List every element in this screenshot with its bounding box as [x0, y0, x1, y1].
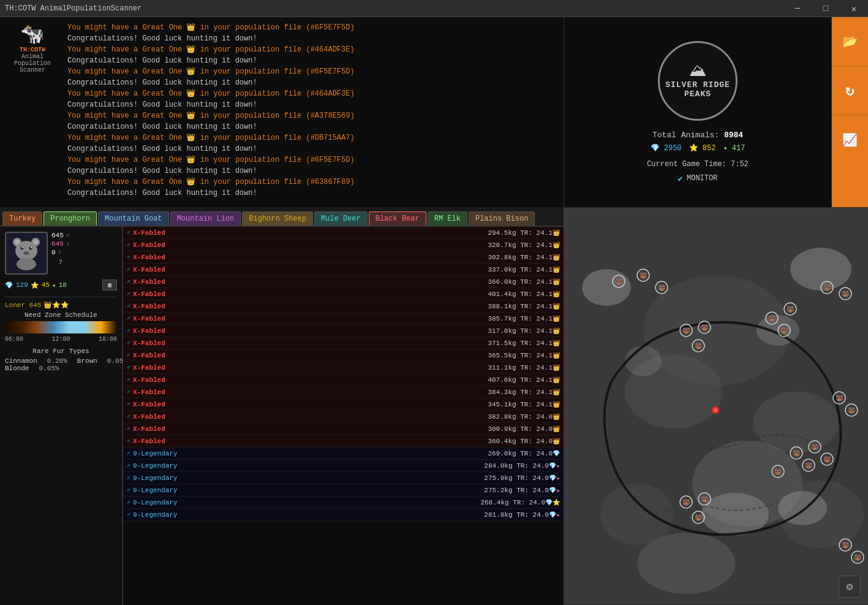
- animal-gender: ♂: [127, 450, 130, 457]
- animal-row[interactable]: ♂X-Fabled 317.0kg TR: 24.1 👑: [123, 325, 564, 337]
- animal-row[interactable]: ♂X-Fabled 382.8kg TR: 24.0 👑: [123, 411, 564, 423]
- bar-chart-button[interactable]: ▦: [102, 280, 117, 291]
- animal-row[interactable]: ♂9-Legendary 284.0kg TR: 24.0 💎★: [123, 460, 564, 472]
- animal-row[interactable]: ♂9-Legendary 268.4kg TR: 24.0 💎⭐: [123, 497, 564, 509]
- animal-gender: ♂: [127, 487, 130, 493]
- settings-button[interactable]: ⚙: [839, 576, 861, 598]
- gender-male-icon: ♂: [66, 232, 70, 239]
- svg-text:🐻: 🐻: [823, 455, 831, 463]
- animal-weight: 275.2kg TR: 24.0: [484, 487, 549, 494]
- animal-row[interactable]: ♂9-Legendary 269.0kg TR: 24.0 💎: [123, 447, 564, 460]
- animal-weight: 317.0kg TR: 24.1: [488, 327, 553, 335]
- tab-turkey[interactable]: Turkey: [2, 211, 42, 226]
- animal-row[interactable]: ♂X-Fabled 366.0kg TR: 24.1 👑: [123, 276, 564, 288]
- log-line: Congratulations! Good luck hunting it do…: [67, 121, 559, 132]
- tab-plains-bison[interactable]: Plains Bison: [469, 211, 535, 226]
- folder-button[interactable]: 📂: [832, 17, 868, 66]
- action-buttons: 📂 ↻ 📈: [831, 17, 868, 207]
- log-line: You might have a Great One 👑 in your pop…: [67, 44, 559, 55]
- animal-grade: X-Fabled: [133, 327, 165, 335]
- animal-weight: 311.1kg TR: 24.1: [488, 364, 553, 371]
- log-line: Congratulations! Good luck hunting it do…: [67, 166, 559, 177]
- log-line: You might have a Great One 👑 in your pop…: [67, 110, 559, 121]
- animal-avatar: [5, 232, 48, 275]
- folder-icon: 📂: [842, 34, 858, 49]
- tab-mountain-lion[interactable]: Mountain Lion: [170, 211, 241, 226]
- animal-row[interactable]: ♂X-Fabled 388.1kg TR: 24.1 👑: [123, 300, 564, 313]
- log-line: Congratulations! Good luck hunting it do…: [67, 99, 559, 110]
- map-svg: 🐻 🐻 🐻 🐻 🐻: [564, 207, 868, 605]
- animal-row[interactable]: ♂9-Legendary 281.8kg TR: 24.0 💎★: [123, 509, 564, 521]
- animal-row[interactable]: ♂X-Fabled 300.9kg TR: 24.0 👑: [123, 423, 564, 435]
- animal-row[interactable]: ♂X-Fabled 371.5kg TR: 24.1 👑: [123, 337, 564, 349]
- animal-row[interactable]: ♂X-Fabled 320.7kg TR: 24.1 👑: [123, 239, 564, 251]
- animal-gender: ♂: [127, 425, 130, 432]
- animal-row[interactable]: ♂X-Fabled 407.6kg TR: 24.1 👑: [123, 374, 564, 386]
- animal-row[interactable]: ♂X-Fabled 360.4kg TR: 24.0 👑: [123, 435, 564, 447]
- animal-gender: ♂: [127, 401, 130, 408]
- tab-mule-deer[interactable]: Mule Deer: [314, 211, 368, 226]
- svg-text:🐻: 🐻: [811, 443, 819, 451]
- refresh-button[interactable]: ↻: [832, 66, 868, 115]
- content-area: 645 ♂ 645 ♀ 0 ♀ 7: [0, 227, 564, 605]
- fur-name-cinnamon: Cinnamon: [5, 357, 37, 365]
- animal-row[interactable]: ♂9-Legendary 275.2kg TR: 24.0 💎★: [123, 484, 564, 497]
- gender-female-icon: ♀: [66, 241, 70, 248]
- tab-mountain-goat[interactable]: Mountain Goat: [98, 211, 169, 226]
- total-animals-label: Total Animals: 8984: [652, 131, 743, 140]
- animal-grade: X-Fabled: [133, 425, 165, 433]
- animal-rating-icon: 👑: [553, 242, 560, 249]
- animal-gender: ♂: [127, 242, 130, 248]
- animal-grade: X-Fabled: [133, 389, 165, 396]
- animal-weight: 300.9kg TR: 24.0: [488, 425, 553, 433]
- fur-name-blonde: Blonde: [5, 365, 29, 372]
- settings-icon: ⚙: [847, 580, 853, 593]
- animal-weight: 284.0kg TR: 24.0: [484, 462, 549, 470]
- animal-gender: ♂: [127, 499, 130, 506]
- tab-pronghorn[interactable]: Pronghorn: [43, 211, 97, 226]
- animal-weight: 384.3kg TR: 24.1: [488, 389, 553, 396]
- bar-chart-icon: ▦: [108, 281, 111, 289]
- tab-bighorn-sheep[interactable]: Bighorn Sheep: [242, 211, 313, 226]
- animal-weight: 302.8kg TR: 24.1: [488, 254, 553, 261]
- animal-grade: X-Fabled: [133, 352, 165, 359]
- animal-grade: X-Fabled: [133, 266, 165, 273]
- total-value: 8984: [724, 131, 743, 140]
- animal-gender: ♂: [127, 352, 130, 359]
- animal-rating-icon: 👑: [553, 413, 560, 420]
- log-line: You might have a Great One 👑 in your pop…: [67, 177, 559, 188]
- svg-text:🐻: 🐻: [695, 342, 703, 350]
- animal-row[interactable]: ♂X-Fabled 385.7kg TR: 24.1 👑: [123, 313, 564, 325]
- animal-rating-icon: 👑: [553, 389, 560, 396]
- right-panel: ⛰ SILVER RIDGE PEAKS Total Animals: 8984…: [564, 17, 868, 605]
- diamond-count: 💎 2950: [651, 143, 682, 153]
- svg-point-19: [582, 269, 631, 306]
- animal-gender: ♂: [127, 229, 130, 236]
- animal-row[interactable]: ♂X-Fabled 384.3kg TR: 24.1 👑: [123, 386, 564, 398]
- animal-row[interactable]: ♂X-Fabled 401.4kg TR: 24.1 👑: [123, 288, 564, 300]
- maximize-button[interactable]: □: [812, 0, 840, 17]
- chart-button[interactable]: 📈: [832, 115, 868, 164]
- tab-black-bear[interactable]: Black Bear: [369, 211, 426, 226]
- log-line: Congratulations! Good luck hunting it do…: [67, 188, 559, 199]
- minimize-button[interactable]: ─: [783, 0, 812, 17]
- animal-rating-icon: 👑: [553, 254, 560, 261]
- animal-row[interactable]: ♂X-Fabled 302.8kg TR: 24.1 👑: [123, 251, 564, 264]
- animal-gender: ♂: [127, 511, 130, 518]
- animal-gender: ♂: [127, 254, 130, 261]
- animal-weight: 385.7kg TR: 24.1: [488, 315, 553, 322]
- tab-rm-elk[interactable]: RM Elk: [428, 211, 467, 226]
- svg-text:🐻: 🐻: [774, 468, 782, 476]
- animal-weight: 407.6kg TR: 24.1: [488, 376, 553, 384]
- animal-row[interactable]: ♂X-Fabled 337.0kg TR: 24.1 👑: [123, 264, 564, 276]
- svg-text:🐻: 🐻: [640, 272, 647, 280]
- animal-weight: 401.4kg TR: 24.1: [488, 291, 553, 298]
- animal-row[interactable]: ♂X-Fabled 311.1kg TR: 24.1 👑: [123, 362, 564, 374]
- animal-row[interactable]: ♂X-Fabled 345.1kg TR: 24.1 👑: [123, 398, 564, 411]
- animal-row[interactable]: ♂X-Fabled 365.5kg TR: 24.1 👑: [123, 349, 564, 362]
- animal-row[interactable]: ♂X-Fabled 294.5kg TR: 24.1 👑: [123, 227, 564, 239]
- animal-rating-icon: 👑: [553, 438, 560, 445]
- close-button[interactable]: ✕: [840, 0, 868, 17]
- svg-text:🐻: 🐻: [701, 495, 709, 503]
- animal-row[interactable]: ♂9-Legendary 275.9kg TR: 24.0 💎★: [123, 472, 564, 484]
